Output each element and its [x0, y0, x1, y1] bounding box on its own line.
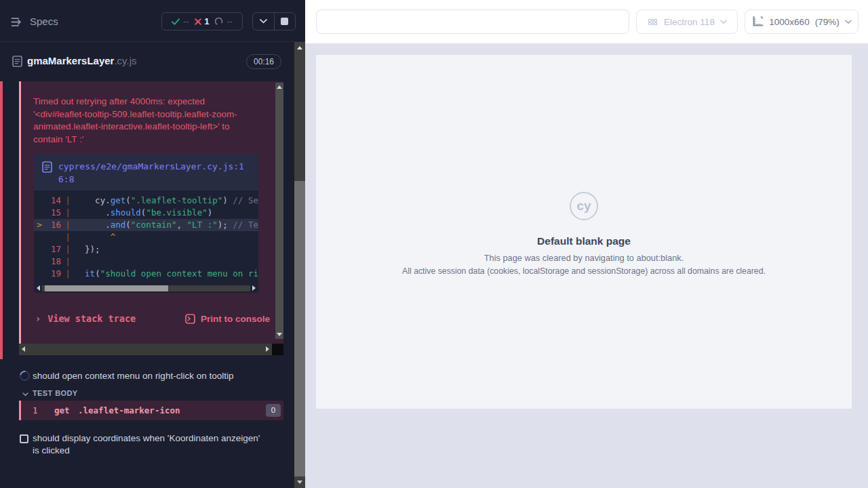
chevron-right-icon: ›: [35, 313, 41, 324]
code-frame-file-link[interactable]: cypress/e2e/gmaMarkersLayer.cy.js:16:8: [58, 160, 250, 186]
code-line: >16| .and("contain", "LT :"); // Test: [34, 219, 258, 231]
scroll-thumb[interactable]: [45, 285, 168, 291]
spec-row[interactable]: gmaMarkersLayer.cy.js 00:16: [0, 42, 294, 81]
specs-menu-button[interactable]: [9, 16, 25, 28]
code-line: 17| });: [34, 243, 258, 256]
code-line: 19| it("should open context menu on righ: [34, 268, 258, 280]
electron-icon: [647, 16, 658, 28]
spec-file-icon: [12, 56, 22, 67]
collapse-all-button[interactable]: [253, 13, 274, 30]
test-body-label: TEST BODY: [33, 389, 78, 397]
scroll-up-arrow[interactable]: [277, 85, 282, 89]
code-frame: cypress/e2e/gmaMarkersLayer.cy.js:16:8 1…: [34, 154, 258, 293]
command-target: .leaflet-marker-icon: [78, 405, 180, 415]
chevron-down-icon: [720, 20, 727, 24]
command-log-row[interactable]: 1 get .leaflet-marker-icon 0: [19, 401, 283, 420]
scroll-left-arrow[interactable]: [37, 285, 40, 291]
specs-label: Specs: [30, 16, 58, 27]
viewport-size-label: 1000x660: [769, 17, 809, 27]
code-file-icon: [42, 161, 52, 173]
stop-icon: [281, 18, 288, 25]
scroll-down-arrow[interactable]: [277, 333, 282, 336]
pending-circle-icon: [214, 17, 223, 26]
code-line: 15| .should("be.visible"): [34, 207, 258, 219]
scroll-thumb[interactable]: [294, 181, 305, 476]
reporter-vertical-scrollbar[interactable]: [294, 42, 305, 488]
view-stack-trace-link[interactable]: › View stack trace: [35, 313, 136, 324]
running-spinner-icon: [18, 369, 32, 383]
stat-failed: 1: [195, 17, 210, 26]
error-vertical-scrollbar[interactable]: [275, 83, 283, 339]
reporter-panel: Specs -- 1 -: [0, 0, 305, 488]
blank-page-line1: This page was cleared by navigating to a…: [316, 253, 852, 264]
test-stats[interactable]: -- 1 --: [161, 12, 243, 30]
failed-count: 1: [205, 17, 210, 26]
cross-icon: [195, 18, 201, 25]
aut-stage: cy Default blank page This page was clea…: [305, 43, 868, 488]
code-line: 14| cy.get(".leaflet-tooltip") // Sele: [34, 195, 258, 207]
test-title-pending[interactable]: should display coordinates when 'Koordin…: [33, 432, 260, 457]
viewport-size-button[interactable]: 1000x660 (79%): [745, 9, 859, 34]
browser-top-bar: Electron 118 1000x660 (79%): [305, 0, 868, 43]
code-line: 18|: [34, 256, 258, 268]
spec-name: gmaMarkersLayer.cy.js: [27, 55, 136, 66]
scroll-left-arrow[interactable]: [22, 346, 25, 352]
code-frame-header: cypress/e2e/gmaMarkersLayer.cy.js:16:8: [34, 154, 258, 190]
spec-duration-badge: 00:16: [246, 54, 281, 69]
console-icon: [185, 314, 195, 324]
error-actions: › View stack trace Print to console: [35, 313, 270, 324]
stat-pending: --: [214, 17, 232, 26]
run-controls: [252, 12, 296, 30]
browser-select-button[interactable]: Electron 118: [636, 9, 738, 34]
scroll-down-arrow[interactable]: [297, 481, 302, 484]
failed-test-ribbon: [0, 81, 3, 359]
command-number: 1: [33, 405, 38, 415]
print-to-console-link[interactable]: Print to console: [185, 314, 270, 324]
blank-page-content: cy Default blank page This page was clea…: [316, 192, 852, 277]
spec-extension: .cy.js: [114, 55, 136, 66]
check-icon: [172, 18, 180, 25]
blank-page-title: Default blank page: [316, 235, 852, 247]
test-title-running[interactable]: should open context menu on right-click …: [33, 370, 283, 382]
scrollbar-corner: [272, 344, 283, 355]
cypress-logo: cy: [570, 192, 598, 220]
code-frame-code: 14| cy.get(".leaflet-tooltip") // Sele15…: [34, 190, 258, 293]
ruler-icon: [751, 16, 764, 28]
passed-count: --: [183, 17, 189, 26]
code-line: | ^: [34, 231, 258, 243]
stat-passed: --: [172, 17, 189, 26]
code-horizontal-scrollbar[interactable]: [34, 283, 258, 293]
stop-run-button[interactable]: [275, 13, 296, 30]
failed-test-attempt: Timed out retrying after 4000ms: expecte…: [0, 81, 294, 355]
command-count-badge: 0: [266, 404, 281, 417]
pending-test-icon: [20, 434, 28, 443]
url-input[interactable]: [316, 9, 629, 34]
error-panel: Timed out retrying after 4000ms: expecte…: [19, 81, 283, 344]
specs-menu-icon: [11, 17, 24, 27]
scroll-right-arrow[interactable]: [252, 285, 256, 291]
blank-page-line2: All active session data (cookies, localS…: [316, 266, 852, 277]
chevron-down-icon: [260, 19, 267, 24]
browser-label: Electron 118: [664, 17, 715, 27]
reporter-horizontal-scrollbar[interactable]: [19, 344, 272, 355]
reporter-header: Specs -- 1 -: [0, 0, 305, 42]
viewport-scale-label: (79%): [815, 17, 840, 27]
pending-count: --: [226, 17, 232, 26]
scroll-track[interactable]: [42, 285, 250, 291]
scroll-right-arrow[interactable]: [266, 346, 269, 352]
scroll-up-arrow[interactable]: [297, 46, 302, 49]
error-message: Timed out retrying after 4000ms: expecte…: [33, 96, 257, 146]
command-method: get: [54, 405, 70, 415]
chevron-down-icon: [845, 20, 852, 24]
chevron-down-icon: [22, 392, 28, 396]
aut-iframe[interactable]: cy Default blank page This page was clea…: [316, 55, 852, 409]
